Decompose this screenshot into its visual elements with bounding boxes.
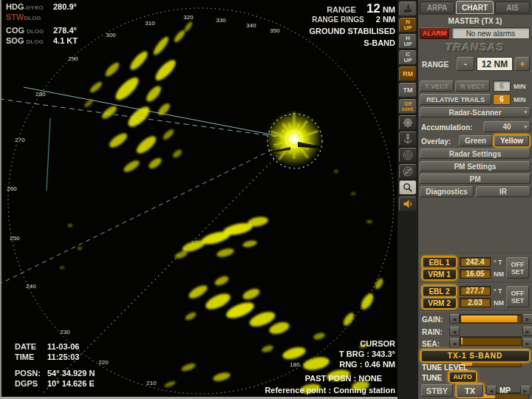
- range-decrease-button[interactable]: -: [457, 57, 474, 71]
- zoom-button[interactable]: [399, 180, 417, 195]
- pm-settings-label: PM Settings: [454, 163, 496, 171]
- dgps-label: DGPS: [15, 379, 47, 388]
- ebl2-offset-button[interactable]: OFFSET: [506, 286, 529, 307]
- offset-line1: OFF: [511, 261, 525, 268]
- sea-decrease-button[interactable]: ◂: [449, 338, 460, 348]
- standby-button[interactable]: STBY: [421, 384, 453, 397]
- mode-button-strip: N UP H UP C UP RM TM Off cent.: [398, 0, 418, 399]
- range-rings-icon: [402, 149, 414, 161]
- vrm2-button[interactable]: VRM 2: [423, 298, 456, 308]
- gain-label: GAIN:: [422, 316, 443, 324]
- audio-mute-button[interactable]: [399, 197, 417, 211]
- svg-text:220: 220: [98, 359, 109, 366]
- true-vector-button[interactable]: T VECT: [420, 81, 454, 92]
- tab-chart[interactable]: CHART: [456, 1, 494, 14]
- ebl2-value-field[interactable]: 277.7: [460, 286, 491, 296]
- sea-increase-button[interactable]: ▸: [522, 338, 532, 348]
- relative-trails-button[interactable]: RELATIVE TRAILS: [420, 94, 491, 105]
- north-up-button[interactable]: N UP: [399, 18, 417, 33]
- helm-wheel-icon: [402, 117, 414, 129]
- course-up-button[interactable]: C UP: [399, 50, 417, 65]
- vrm1-button[interactable]: VRM 1: [423, 269, 456, 279]
- tab-arpa[interactable]: ARPA: [420, 1, 454, 13]
- pm-settings-button[interactable]: PM Settings: [420, 161, 531, 171]
- diagnostics-button[interactable]: Diagnostics: [420, 186, 474, 197]
- north-up-label: N UP: [403, 19, 412, 31]
- right-arrow-icon: ▸: [524, 387, 528, 395]
- range-label: RANGE: [327, 5, 356, 14]
- trails-time-field[interactable]: 6: [493, 94, 511, 105]
- range-increase-button[interactable]: +: [515, 57, 530, 71]
- ebl1-unit: ° T: [494, 259, 502, 266]
- gain-decrease-button[interactable]: ◂: [449, 314, 460, 324]
- left-arrow-icon: ◂: [490, 387, 494, 395]
- head-up-button[interactable]: H UP: [399, 34, 417, 49]
- ebl1-value-field[interactable]: 242.4: [460, 257, 491, 267]
- vector-time-field[interactable]: 6: [493, 81, 511, 92]
- relative-trails-label: RELATIVE TRAILS: [426, 96, 485, 103]
- trails-time-unit: MIN: [514, 96, 526, 103]
- stw-label: STW: [6, 13, 24, 21]
- svg-text:330: 330: [216, 17, 226, 24]
- accumulation-value: 40: [502, 123, 511, 131]
- ir-button[interactable]: IR: [476, 186, 531, 197]
- overlay-yellow-button[interactable]: Yellow: [494, 135, 529, 146]
- anchor-watch-button[interactable]: [399, 132, 417, 146]
- ebl2-label: EBL 2: [429, 287, 449, 296]
- tab-ais[interactable]: AIS: [495, 1, 530, 13]
- accumulation-dropdown[interactable]: 40▾: [483, 121, 531, 132]
- gain-slider[interactable]: [460, 314, 522, 324]
- overlay-green-button[interactable]: Green: [459, 135, 492, 146]
- tune-auto-button[interactable]: AUTO: [449, 372, 476, 382]
- relative-motion-button[interactable]: RM: [399, 66, 417, 81]
- gain-slider-fill: [461, 316, 517, 322]
- true-motion-button[interactable]: TM: [399, 83, 417, 98]
- band-indicator: S-BAND: [364, 38, 395, 47]
- svg-text:270: 270: [15, 137, 25, 143]
- rings-off-button[interactable]: [399, 164, 417, 179]
- pm-button[interactable]: PM: [420, 174, 531, 184]
- tune-auto-label: AUTO: [453, 373, 471, 381]
- minus-icon: -: [464, 59, 467, 69]
- alarm-status-field[interactable]: No new alarms: [451, 27, 530, 39]
- vrm1-value-field[interactable]: 16.05: [460, 269, 491, 279]
- range-rings-value: 2 NM: [376, 15, 395, 24]
- vrm2-value-field[interactable]: 2.03: [460, 298, 491, 307]
- radar-settings-button[interactable]: Radar Settings: [420, 149, 531, 159]
- cursor-data-block: CURSOR T BRG : 343.3° RNG : 0.46 NM PAST…: [265, 339, 395, 396]
- rings-button[interactable]: [399, 148, 417, 163]
- mp-next-button[interactable]: ▸: [520, 386, 531, 395]
- true-motion-label: TM: [403, 87, 413, 93]
- alarm-button-label: ALARM: [423, 30, 447, 37]
- off-center-button[interactable]: Off cent.: [399, 99, 417, 114]
- ownship-view-button[interactable]: [399, 1, 417, 16]
- transmit-button[interactable]: TX: [457, 384, 483, 397]
- radar-ppi-area[interactable]: 2802903003103203303403502702602502402302…: [0, 0, 418, 399]
- radar-scanner-dropdown[interactable]: Radar-Scanner▾: [420, 107, 531, 117]
- rain-slider[interactable]: [460, 336, 522, 346]
- overlay-label: Overlay:: [421, 137, 451, 146]
- svg-text:300: 300: [106, 32, 116, 38]
- range-value-text: 12 NM: [482, 59, 508, 69]
- brand-logo: TRANSAS: [418, 41, 532, 53]
- rain-decrease-button[interactable]: ◂: [449, 327, 460, 336]
- ship-icon: [402, 3, 414, 15]
- svg-text:340: 340: [246, 22, 256, 29]
- relative-vector-button[interactable]: R VECT: [455, 81, 490, 92]
- chevron-down-icon: ▾: [524, 109, 527, 115]
- mp-prev-button[interactable]: ◂: [486, 386, 497, 395]
- gain-increase-button[interactable]: ▸: [522, 314, 532, 324]
- magnifier-icon: [402, 182, 414, 194]
- rain-increase-button[interactable]: ▸: [522, 327, 532, 336]
- ebl1-button[interactable]: EBL 1: [423, 257, 456, 267]
- alarm-button[interactable]: ALARM: [420, 27, 449, 39]
- relative-motion-label: RM: [403, 71, 413, 77]
- ebl2-button[interactable]: EBL 2: [423, 286, 456, 296]
- svg-text:280: 280: [35, 91, 46, 98]
- transceiver-band-button[interactable]: TX-1 S-BAND: [421, 350, 529, 361]
- sog-value: 4.1 KT: [53, 36, 78, 45]
- steering-button[interactable]: [399, 115, 417, 130]
- ebl1-offset-button[interactable]: OFFSET: [506, 257, 529, 279]
- control-panel: ARPA CHART AIS MASTER (TX 1) ALARM No ne…: [418, 0, 532, 399]
- sog-label: SOG: [6, 36, 24, 45]
